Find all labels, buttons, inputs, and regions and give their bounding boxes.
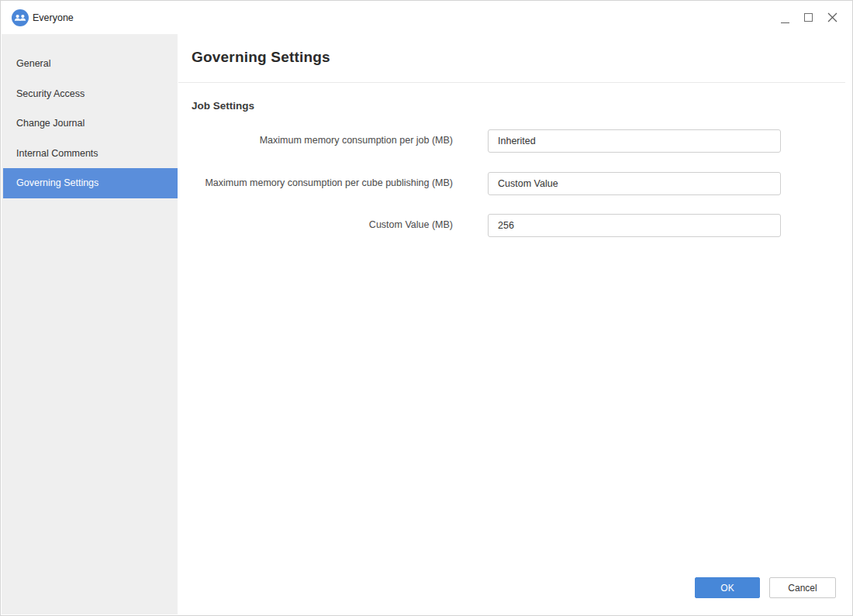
title-bar: Everyone	[1, 1, 852, 34]
close-icon	[827, 12, 837, 22]
window-controls	[773, 1, 844, 34]
max-memory-per-job-label: Maximum memory consumption per job (MB)	[185, 133, 453, 149]
ok-button[interactable]: OK	[695, 577, 760, 598]
section-title: Job Settings	[192, 100, 254, 112]
people-icon	[12, 9, 29, 26]
custom-value-label: Custom Value (MB)	[185, 218, 453, 233]
custom-value-input[interactable]	[488, 214, 781, 237]
max-memory-per-job-input[interactable]	[488, 129, 781, 153]
sidebar-item-security-access[interactable]: Security Access	[2, 79, 178, 109]
main-panel: Governing Settings Job Settings Maximum …	[178, 34, 851, 614]
form-row: Maximum memory consumption per cube publ…	[185, 172, 789, 195]
sidebar-item-general[interactable]: General	[2, 49, 178, 79]
divider	[178, 82, 845, 83]
page-title: Governing Settings	[192, 49, 330, 66]
max-memory-per-cube-publishing-label: Maximum memory consumption per cube publ…	[185, 176, 453, 191]
sidebar-item-change-journal[interactable]: Change Journal	[2, 108, 178, 139]
minimize-icon	[781, 17, 789, 23]
sidebar-item-internal-comments[interactable]: Internal Comments	[2, 139, 178, 169]
cancel-button[interactable]: Cancel	[769, 577, 836, 598]
max-memory-per-cube-publishing-input[interactable]	[488, 172, 781, 195]
form-row: Maximum memory consumption per job (MB)	[185, 129, 789, 153]
maximize-button[interactable]	[797, 1, 821, 34]
minimize-button[interactable]	[773, 1, 797, 34]
form-row: Custom Value (MB)	[185, 214, 789, 237]
window-title: Everyone	[33, 1, 74, 34]
sidebar: General Security Access Change Journal I…	[2, 34, 178, 614]
settings-window: Everyone General Security Access Change …	[0, 0, 853, 616]
close-button[interactable]	[820, 1, 844, 34]
sidebar-item-governing-settings[interactable]: Governing Settings	[3, 168, 178, 198]
maximize-icon	[804, 13, 813, 22]
